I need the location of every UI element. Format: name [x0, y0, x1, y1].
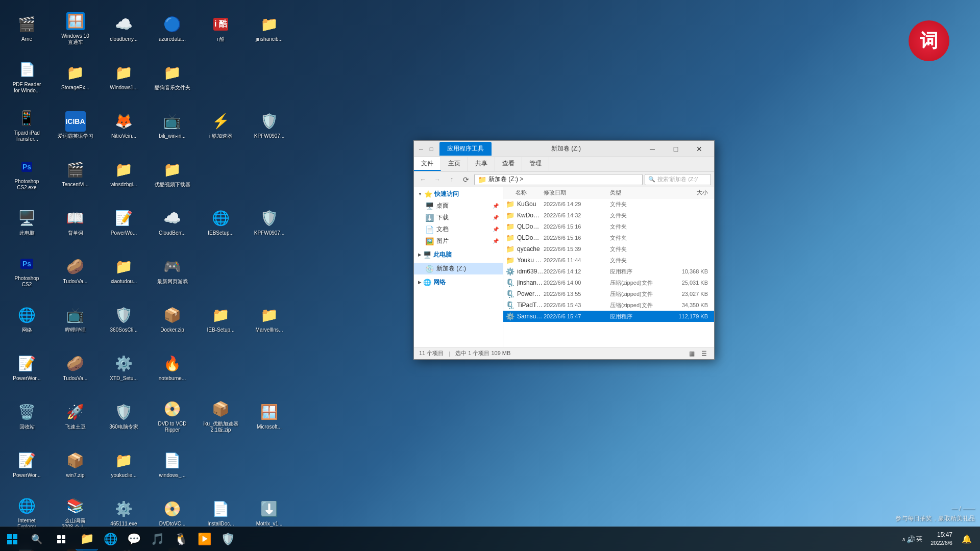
file-row-kwdownload[interactable]: 📁 KwDownload 2022/6/6 14:32 文件夹 [503, 210, 714, 221]
win-maximize-button[interactable]: □ [664, 141, 688, 157]
desktop-icon-win10[interactable]: 🪟 Windows 10直通车 [54, 5, 97, 51]
win-close-button[interactable]: ✕ [688, 141, 711, 157]
col-size[interactable]: 大小 [666, 189, 712, 196]
details-view-button[interactable]: ▦ [687, 348, 697, 359]
desktop-icon-xtd[interactable]: ⚙️ XTD_Setu... [102, 344, 145, 390]
file-row-qycache[interactable]: 📁 qycache 2022/6/6 15:39 文件夹 [503, 243, 714, 255]
address-input[interactable]: 📁 新加卷 (Z:) > [474, 174, 643, 185]
desktop-icon-bilibili[interactable]: 📺 哔哩哔哩 [54, 296, 97, 342]
nav-pictures[interactable]: 🖼️ 图片 📌 [414, 235, 503, 247]
desktop-icon-docker-zip[interactable]: 📦 Docker.zip [151, 296, 194, 342]
taskbar-wechat[interactable]: 💬 [122, 528, 145, 550]
desktop-icon-kpfw1[interactable]: 🛡️ KPFW0907... [248, 102, 291, 148]
desktop-icon-youku-cli[interactable]: 📁 youkuclie... [102, 441, 145, 487]
desktop-icon-cloudberry2[interactable]: ☁️ CloudBerr... [151, 199, 194, 245]
desktop-icon-microsoft[interactable]: 🪟 Microsoft... [248, 393, 291, 439]
search-button[interactable]: 🔍 [24, 527, 49, 552]
desktop-icon-pdfreader[interactable]: 📄 PDF Readerfor Windo... [5, 54, 48, 99]
ribbon-tab-share[interactable]: 共享 [468, 157, 495, 171]
taskbar-360[interactable]: 🛡️ [216, 528, 239, 550]
desktop-icon-jinshancib1[interactable]: 📁 jinshancib... [248, 5, 291, 51]
promo-text[interactable]: 参与每日抽奖，赢取精美礼品 [895, 514, 975, 523]
desktop-icon-marvell[interactable]: 📁 MarvellIns... [248, 296, 291, 342]
file-row-qldownloadgame[interactable]: 📁 QLDownloadGame 2022/6/6 15:16 文件夹 [503, 232, 714, 243]
desktop-icon-noteburner[interactable]: 🔥 noteburne... [151, 344, 194, 390]
desktop-icon-tencent[interactable]: 🎬 TencentVi... [54, 151, 97, 196]
desktop-icon-nitrovein[interactable]: 🦊 NitroVein... [102, 102, 145, 148]
desktop-icon-windows-d[interactable]: 📄 windows_... [151, 441, 194, 487]
file-row-kugou[interactable]: 📁 KuGou 2022/6/6 14:29 文件夹 [503, 198, 714, 210]
maximize-button[interactable]: □ [427, 145, 435, 153]
col-name[interactable]: 名称 [505, 189, 544, 196]
clock[interactable]: 15:47 2022/6/6 [926, 531, 957, 547]
file-row-youku[interactable]: 📁 Youku Files 2022/6/6 11:44 文件夹 [503, 255, 714, 266]
taskbar-kugou[interactable]: 🎵 [146, 528, 168, 550]
ribbon-tab-file[interactable]: 文件 [414, 157, 441, 171]
ribbon-tab-manage[interactable]: 管理 [522, 157, 549, 171]
desktop-icon-ps2[interactable]: Ps PhotoshopCS2 [5, 247, 48, 293]
file-row-idm[interactable]: ⚙️ idm639_zol.exe 2022/6/6 14:12 应用程序 10… [503, 266, 714, 277]
desktop-icon-tudou1[interactable]: 🥔 TudouVa... [54, 247, 97, 293]
taskbar-edge[interactable]: 🌐 [99, 528, 121, 550]
notification-area[interactable]: ∧ 🔊 英 [900, 527, 924, 552]
desktop-icon-win7zip[interactable]: 📦 win7.zip [54, 441, 97, 487]
up-button[interactable]: ↑ [446, 173, 458, 186]
desktop-icon-thispc[interactable]: 🖥️ 此电脑 [5, 199, 48, 245]
desktop-icon-aiciba[interactable]: ICIBA 爱词霸英语学习 [54, 102, 97, 148]
desktop-icon-azuredata[interactable]: 🔵 azuredata... [151, 5, 194, 51]
desktop-icon-iku[interactable]: i 酷 i 酷 [199, 5, 242, 51]
file-row-powerword-zip[interactable]: 🗜️ PowerWord.800.12012.zip 2022/6/6 13:5… [503, 288, 714, 299]
action-center-button[interactable]: 🔔 [959, 527, 975, 552]
desktop-icon-kpfw2[interactable]: 🛡️ KPFW0907... [248, 199, 291, 245]
col-date[interactable]: 修改日期 [544, 189, 610, 196]
win-minimize-button[interactable]: ─ [641, 141, 664, 157]
desktop-icon-ieb[interactable]: 🌐 IEBSetup... [199, 199, 242, 245]
desktop-icon-network[interactable]: 🌐 网络 [5, 296, 48, 342]
nav-downloads[interactable]: ⬇️ 下载 📌 [414, 212, 503, 223]
file-row-tipad-zip[interactable]: 🗜️ TiPadTransferPlatinum.zip 2022/6/6 15… [503, 299, 714, 311]
desktop-icon-games[interactable]: 🎮 最新网页游戏 [151, 247, 194, 293]
minimize-button[interactable]: ─ [417, 145, 425, 153]
taskbar-file-explorer[interactable]: 📁 [76, 528, 98, 550]
desktop-icon-cloudberry[interactable]: ☁️ cloudberry... [102, 5, 145, 51]
desktop-icon-winsdz[interactable]: 📁 winsdzbgi... [102, 151, 145, 196]
desktop-icon-ps1[interactable]: Ps PhotoshopCS2.exe [5, 151, 48, 196]
task-view-button[interactable] [49, 527, 74, 552]
desktop-icon-powerword[interactable]: 📝 PowerWo... [102, 199, 145, 245]
taskbar-qq[interactable]: 🐧 [169, 528, 192, 550]
desktop-icon-powerword2[interactable]: 📝 PowerWor... [5, 344, 48, 390]
desktop-icon-powerword3[interactable]: 📝 PowerWor... [5, 441, 48, 487]
list-view-button[interactable]: ☰ [699, 348, 709, 359]
desktop-icon-fstudou[interactable]: 🚀 飞速土豆 [54, 393, 97, 439]
col-type[interactable]: 类型 [610, 189, 666, 196]
desktop-icon-iku-zip[interactable]: 📦 iku_优酷加速器2.1版.zip [199, 393, 242, 439]
nav-new-volume[interactable]: 💿 新加卷 (Z:) [414, 263, 503, 274]
desktop-icon-ieb2[interactable]: 📁 IEB-Setup... [199, 296, 242, 342]
desktop-icon-words[interactable]: 📖 背单词 [54, 199, 97, 245]
desktop-icon-360expert[interactable]: 🛡️ 360电脑专家 [102, 393, 145, 439]
start-button[interactable] [0, 527, 24, 552]
ribbon-tab-home[interactable]: 主页 [441, 157, 468, 171]
thispc-header[interactable]: ▶ 🖥️ 此电脑 [414, 249, 503, 261]
nav-docs[interactable]: 📄 文档 📌 [414, 223, 503, 235]
forward-button[interactable]: → [431, 173, 444, 186]
file-row-samsung[interactable]: ⚙️ SamsungDeXSetupWin2.0.0.15.exe 2022/6… [503, 311, 714, 322]
desktop-icon-youku-dl[interactable]: 📁 优酷视频下载器 [151, 151, 194, 196]
search-box[interactable]: 🔍 搜索'新加卷 (Z:)' [645, 174, 711, 185]
desktop-icon-360sos[interactable]: 🛡️ 360SosCli... [102, 296, 145, 342]
tab-app-tools[interactable]: 应用程序工具 [439, 142, 492, 156]
network-header[interactable]: ▶ 🌐 网络 [414, 277, 503, 288]
taskbar-potplayer[interactable]: ▶️ [193, 528, 215, 550]
desktop-icon-xiaotudou[interactable]: 📁 xiaotudou... [102, 247, 145, 293]
top-right-icon[interactable]: 词 [909, 20, 949, 61]
file-row-qldownload[interactable]: 📁 QLDownload 2022/6/6 15:16 文件夹 [503, 221, 714, 232]
nav-desktop[interactable]: 🖥️ 桌面 📌 [414, 200, 503, 212]
refresh-button[interactable]: ⟳ [460, 173, 472, 186]
ribbon-tab-view[interactable]: 查看 [495, 157, 522, 171]
desktop-icon-storageex[interactable]: 📁 StorageEx... [54, 54, 97, 99]
file-row-jinshan-zip[interactable]: 🗜️ jinshanciba2019.zip 2022/6/6 14:00 压缩… [503, 277, 714, 288]
desktop-icon-dvd[interactable]: 📀 DVD to VCDRipper [151, 393, 194, 439]
desktop-icon-windows1[interactable]: 📁 Windows1... [102, 54, 145, 99]
desktop-icon-kugou-folder[interactable]: 📁 酷狗音乐文件夹 [151, 54, 194, 99]
quick-access-header[interactable]: ▼ ⭐ 快速访问 [414, 188, 503, 200]
